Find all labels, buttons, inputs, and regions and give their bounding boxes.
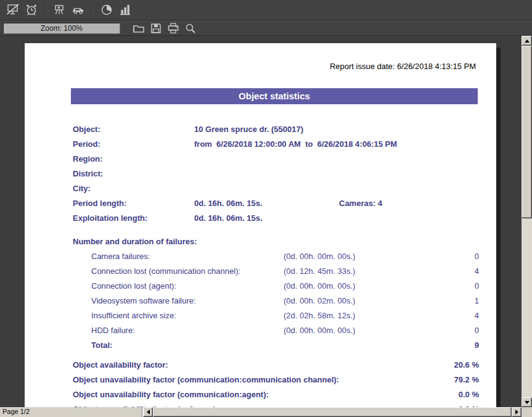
print-button[interactable] [165,22,181,35]
field-label: Region: [73,152,194,167]
factor-value: 0.2 % [436,402,479,407]
scroll-down-button[interactable] [522,397,532,407]
open-folder-icon [133,22,145,35]
save-button[interactable] [148,22,164,35]
report-preview-area: Report issue date: 6/26/2018 4:13:15 PM … [0,36,522,407]
factor-value: 79.2 % [436,373,479,387]
total-row: Total: 9 [73,338,479,353]
failure-count: 4 [448,308,479,323]
camera-button[interactable] [51,1,68,19]
field-label: Period length: [73,196,194,211]
field-value: 0d. 16h. 06m. 15s. [194,196,263,211]
zoom-level[interactable]: Zoom: 100% [3,23,120,34]
total-label: Total: [91,338,448,353]
scroll-up-button[interactable] [522,36,532,46]
horizontal-scrollbar[interactable] [143,407,522,417]
failure-duration: (0d. 12h. 45m. 33s.) [284,264,448,279]
failure-count: 1 [448,294,479,308]
field-label: Object: [73,122,194,137]
viewer-toolbar: Zoom: 100% [0,21,532,36]
field-label: District: [73,167,194,181]
car-button[interactable] [70,1,87,19]
report-title: Object statistics [239,91,310,101]
page-indicator: Page 1/2 [0,407,142,417]
right-arrow-icon [515,410,518,415]
table-row: Videosystem software failure: (0d. 00h. … [73,294,479,308]
print-icon [167,22,179,35]
factor-label: Object unavailability factor (software): [73,402,436,407]
field-period: Period: from 6/26/2018 12:00:00 AM to 6/… [73,137,479,152]
failure-duration: (0d. 00h. 00m. 00s.) [284,323,448,338]
bar-chart-button[interactable] [117,1,134,19]
alarm-clock-icon [25,3,38,17]
status-bar: Page 1/2 [0,407,532,417]
cameras-count: Cameras: 4 [339,196,382,211]
table-row: HDD failure: (0d. 00h. 00m. 00s.) 0 [73,323,479,338]
summary-fields: Object: 10 Green spruce dr. (550017) Per… [73,122,479,226]
field-region: Region: [73,152,479,167]
failure-count: 0 [448,323,479,338]
table-row: Connection lost (communication channel):… [73,264,479,279]
failure-duration: (0d. 00h. 00m. 00s.) [284,249,448,264]
open-button[interactable] [131,22,147,35]
factor-label: Object availability factor: [73,358,436,373]
table-row: Insufficient archive size: (2d. 02h. 58m… [73,308,479,323]
report-issue-date: Report issue date: 6/26/2018 4:13:15 PM [25,62,476,72]
failures-table: Camera failures: (0d. 00h. 00m. 00s.) 0 … [73,249,479,353]
failure-label: Connection lost (communication channel): [91,264,284,279]
field-label: Exploitation length: [73,211,194,226]
table-row: Connection lost (agent): (0d. 00h. 00m. … [73,279,479,294]
field-label: City: [73,181,194,196]
failure-label: Camera failures: [91,249,284,264]
car-icon [72,3,85,17]
field-exploitation-length: Exploitation length: 0d. 16h. 06m. 15s. [73,211,479,226]
vertical-scroll-thumb[interactable] [522,46,532,218]
failures-heading: Number and duration of failures: [73,234,479,249]
total-count: 9 [448,338,479,353]
failure-count: 4 [448,264,479,279]
vertical-scrollbar[interactable] [522,36,532,407]
failure-label: Videosystem software failure: [91,294,284,308]
factor-label: Object unavailability factor (communicat… [73,373,436,387]
factors-section: Object availability factor: 20.6 % Objec… [73,358,479,407]
scroll-left-button[interactable] [143,407,153,417]
down-arrow-icon [525,401,530,404]
failure-label: HDD failure: [91,323,284,338]
failure-duration: (2d. 02h. 58m. 12s.) [284,308,448,323]
failure-count: 0 [448,249,479,264]
up-arrow-icon [525,39,530,43]
monitor-button[interactable] [4,1,22,19]
field-city: City: [73,181,479,196]
pie-chart-icon [100,3,113,17]
preview-button[interactable] [182,22,198,35]
preview-icon [184,22,197,35]
failure-duration: (0d. 00h. 02m. 00s.) [284,294,448,308]
factor-row: Object unavailability factor (communicat… [73,387,479,402]
failure-label: Insufficient archive size: [91,308,284,323]
factor-row: Object availability factor: 20.6 % [73,358,479,373]
report-body: Object: 10 Green spruce dr. (550017) Per… [73,122,479,407]
field-district: District: [73,167,479,181]
camera-icon [53,3,67,17]
failure-duration: (0d. 00h. 00m. 00s.) [284,279,448,294]
factor-row: Object unavailability factor (software):… [73,402,479,407]
scrollbar-corner [522,407,532,417]
field-period-length: Period length: 0d. 16h. 06m. 15s. Camera… [73,196,479,211]
report-viewer-window: Zoom: 100% [0,0,532,417]
pie-chart-button[interactable] [98,1,115,19]
scroll-right-button[interactable] [512,407,522,417]
field-value: 10 Green spruce dr. (550017) [194,122,303,137]
bar-chart-icon [118,3,132,17]
main-toolbar [0,0,532,20]
field-label: Period: [73,137,194,152]
horizontal-scroll-thumb[interactable] [153,407,512,417]
failure-label: Connection lost (agent): [91,279,284,294]
factor-value: 0.0 % [436,387,479,402]
monitor-off-icon [6,3,20,17]
save-icon [150,22,162,35]
field-value: 0d. 16h. 06m. 15s. [194,211,263,226]
alarm-clock-button[interactable] [23,1,40,19]
field-value: from 6/26/2018 12:00:00 AM to 6/26/2018 … [194,137,397,152]
field-object: Object: 10 Green spruce dr. (550017) [73,122,479,137]
toolbar-separator [92,2,93,17]
